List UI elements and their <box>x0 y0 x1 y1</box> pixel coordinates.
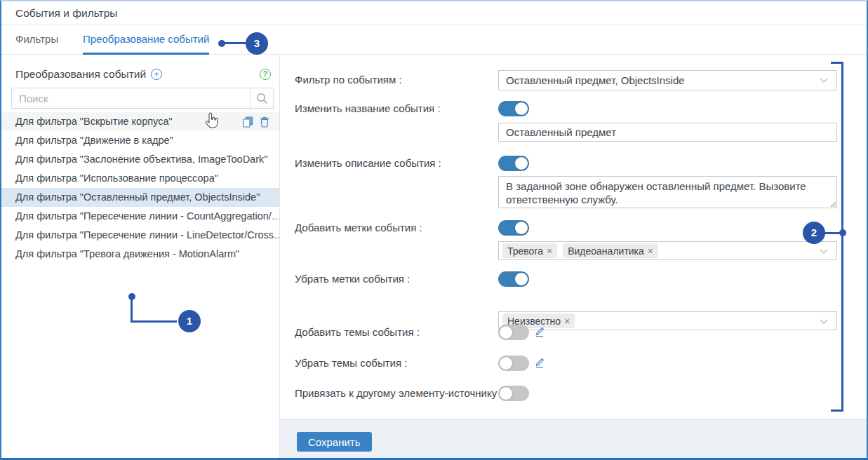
link-to-source-label: Привязать к другому элементу-источнику : <box>295 387 502 399</box>
add-topics-label: Добавить темы события : <box>295 326 420 338</box>
chevron-down-icon <box>820 319 828 324</box>
chevron-down-icon <box>820 78 828 83</box>
delete-icon[interactable] <box>260 116 269 128</box>
remove-tags-field[interactable]: Неизвестно × <box>498 311 837 330</box>
copy-icon[interactable] <box>243 116 253 128</box>
window-header: События и фильтры <box>1 1 867 25</box>
search-box <box>11 88 274 109</box>
add-transformation-icon[interactable]: + <box>151 69 162 80</box>
list-item-label: Для фильтра "Тревога движения - MotionAl… <box>15 248 239 259</box>
callout-2-dot <box>839 229 846 236</box>
list-item-selected[interactable]: Для фильтра "Оставленный предмет, Object… <box>1 188 279 207</box>
toggle-knob <box>515 222 528 234</box>
callout-3-line <box>224 42 246 44</box>
list-item[interactable]: Для фильтра "Пересечение линии - LineDet… <box>1 226 279 245</box>
callout-2-badge: 2 <box>803 222 825 244</box>
rename-event-toggle[interactable] <box>498 101 529 116</box>
page-title: События и фильтры <box>15 7 117 20</box>
callout-1-dot <box>128 293 135 300</box>
filter-by-events-value: Оставленный предмет, ObjectsInside <box>506 74 685 86</box>
tag-chip: Видеоаналитика × <box>563 243 658 258</box>
chevron-down-icon <box>820 249 828 254</box>
callout-1-line-vertical <box>131 297 133 323</box>
list-item[interactable]: Для фильтра "Использование процессора" <box>1 169 279 188</box>
filter-by-events-label: Фильтр по событиям : <box>295 74 402 86</box>
list-item-label: Для фильтра "Движение в кадре" <box>15 135 173 146</box>
filter-by-events-select[interactable]: Оставленный предмет, ObjectsInside <box>498 70 837 90</box>
form-footer: Сохранить <box>280 419 867 458</box>
transformations-panel-header: Преобразования событий + ? <box>1 55 279 81</box>
add-tags-field[interactable]: Тревога × Видеоаналитика × <box>498 241 837 260</box>
list-item-label: Для фильтра "Пересечение линии - LineDet… <box>15 229 279 241</box>
remove-topics-label: Убрать темы события : <box>295 357 407 369</box>
tag-label: Видеоаналитика <box>568 245 644 257</box>
list-item-label: Для фильтра "Оставленный предмет, Object… <box>15 191 260 203</box>
transformations-list: Для фильтра "Вскрытие корпуса" Для фильт… <box>1 112 279 264</box>
remove-tag-icon[interactable]: × <box>564 316 570 327</box>
edit-topics-icon[interactable] <box>535 326 545 337</box>
events-filters-window: События и фильтры Фильтры Преобразование… <box>0 0 868 460</box>
toggle-knob <box>500 326 512 339</box>
save-button[interactable]: Сохранить <box>297 432 372 452</box>
list-item-label: Для фильтра "Вскрытие корпуса" <box>15 116 173 127</box>
toggle-knob <box>500 387 512 400</box>
change-description-toggle[interactable] <box>498 156 529 171</box>
link-to-source-toggle[interactable] <box>498 386 529 401</box>
tab-bar: Фильтры Преобразование событий <box>1 26 867 55</box>
remove-tags-toggle[interactable] <box>498 271 529 287</box>
list-item[interactable]: Для фильтра "Заслонение объектива, Image… <box>1 150 279 169</box>
toggle-knob <box>500 357 512 370</box>
change-description-label: Изменить описание события : <box>295 157 441 169</box>
row-actions <box>243 112 269 131</box>
list-item-label: Для фильтра "Заслонение объектива, Image… <box>15 154 267 165</box>
edit-topics-icon[interactable] <box>535 357 545 368</box>
callout-1-badge: 1 <box>178 310 201 332</box>
hand-cursor-icon <box>203 112 219 130</box>
callout-1-line-horizontal <box>131 320 177 323</box>
callout-3-dot <box>218 40 225 47</box>
list-item[interactable]: Для фильтра "Вскрытие корпуса" <box>1 112 279 131</box>
callout-2-bracket-vertical <box>841 62 843 412</box>
add-tags-toggle[interactable] <box>498 220 529 236</box>
tag-label: Тревога <box>507 245 543 257</box>
change-description-textarea[interactable]: В заданной зоне обнаружен оставленный пр… <box>498 176 837 208</box>
callout-3-badge: 3 <box>246 32 268 55</box>
toggle-knob <box>515 273 528 285</box>
list-item-label: Для фильтра "Использование процессора" <box>15 172 218 184</box>
toggle-knob <box>515 102 528 115</box>
transformations-panel: Преобразования событий + ? Для фильтра "… <box>1 55 280 458</box>
transformations-title: Преобразования событий <box>15 68 146 81</box>
search-icon <box>256 93 268 104</box>
add-topics-toggle[interactable] <box>498 325 529 340</box>
search-button[interactable] <box>250 88 273 108</box>
tab-filters[interactable]: Фильтры <box>15 26 58 55</box>
tab-event-transformation[interactable]: Преобразование событий <box>83 26 209 55</box>
tag-chip: Тревога × <box>502 243 557 258</box>
list-item[interactable]: Для фильтра "Пересечение линии - CountAg… <box>1 207 279 226</box>
list-item[interactable]: Для фильтра "Движение в кадре" <box>1 131 279 150</box>
callout-2-bracket-bottom-cap <box>831 410 842 412</box>
list-item[interactable]: Для фильтра "Тревога движения - MotionAl… <box>1 245 279 264</box>
toggle-knob <box>515 157 528 170</box>
callout-2-bracket-top-cap <box>831 62 842 64</box>
remove-tag-icon[interactable]: × <box>547 245 552 257</box>
rename-event-input[interactable] <box>498 123 837 142</box>
add-tags-label: Добавить метки события : <box>295 222 422 234</box>
remove-tag-icon[interactable]: × <box>648 245 653 257</box>
search-input[interactable] <box>12 88 251 108</box>
help-icon[interactable]: ? <box>260 69 271 80</box>
remove-tags-label: Убрать метки события : <box>295 273 410 285</box>
remove-topics-toggle[interactable] <box>498 356 529 371</box>
rename-event-label: Изменить название события : <box>295 102 441 114</box>
list-item-label: Для фильтра "Пересечение линии - CountAg… <box>15 210 279 222</box>
